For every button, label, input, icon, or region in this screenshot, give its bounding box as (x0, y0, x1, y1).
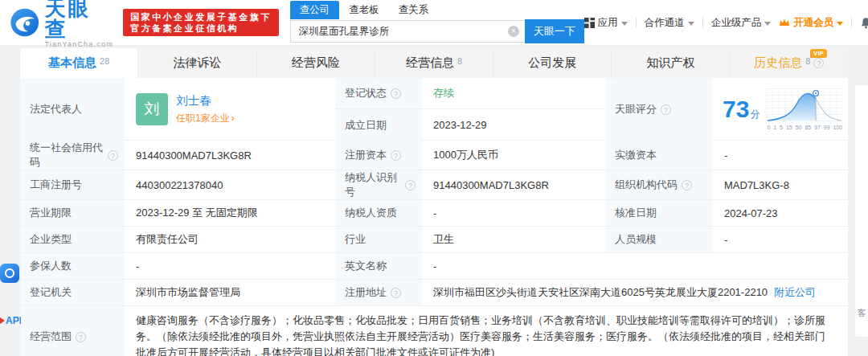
staff-size-value: - (713, 227, 848, 252)
business-scope-value: 健康咨询服务（不含诊疗服务）；化妆品零售；化妆品批发；日用百货销售；业务培训（不… (125, 306, 848, 356)
score-number: 73分 (723, 96, 760, 123)
tab-label: 公司发展 (528, 55, 576, 71)
address-cell: 深圳市福田区沙头街道天安社区深南大道6025号英龙展业大厦2201-2210 附… (422, 280, 848, 305)
credit-code-value: 91440300MAD7L3KG8R (125, 141, 335, 170)
help-icon[interactable]: ? (813, 58, 824, 68)
score-value-cell: 73分 (713, 78, 848, 141)
field-label-reg-number: 工商注册号 (20, 170, 125, 199)
axis-tick: 50 (796, 125, 802, 130)
company-type-value: 有限责任公司 (125, 227, 335, 252)
play-icon (0, 317, 5, 324)
field-label-business-scope: 经营范围 ? (20, 306, 125, 356)
section-tabs: 基本信息 28 法律诉讼 经营风险 经营信息 8 公司发展 知识产权 VIP 历… (20, 48, 848, 78)
axis-tick: 1 (773, 125, 776, 130)
tab-company-development[interactable]: 公司发展 (493, 48, 612, 78)
chevron-right-icon: › (231, 113, 235, 124)
label-text: 人员规模 (615, 232, 657, 247)
legal-rep-name-link[interactable]: 刘士春 (176, 93, 235, 108)
tianyancha-company-page: 天眼查 TianYanCha.com 国家中小企业发展子基金旗下 官方备案企业征… (0, 0, 868, 356)
caret-down-icon (764, 22, 771, 26)
help-icon[interactable]: ? (108, 150, 118, 161)
label-text: 英文名称 (345, 259, 387, 273)
tab-business-info[interactable]: 经营信息 8 (375, 48, 493, 78)
help-icon[interactable]: ? (391, 150, 401, 161)
field-label-reg-status: 登记状态 ? (335, 78, 422, 108)
legal-rep-companies-link[interactable]: 任职1家企业› (176, 112, 235, 125)
help-icon[interactable]: ? (405, 180, 416, 190)
score-axis-ticks: 0 1 5 15 50 85 97 99 100 (766, 125, 843, 130)
table-row: 营业期限 2023-12-29 至 无固定期限 纳税人资质 - 核准日期 202… (20, 200, 848, 227)
address-value: 深圳市福田区沙头街道天安社区深南大道6025号英龙展业大厦2201-2210 (433, 285, 768, 300)
tab-basic-info[interactable]: 基本信息 28 (20, 48, 138, 78)
notification-bell[interactable] (860, 17, 868, 29)
search-input[interactable] (290, 20, 525, 43)
reg-authority-value: 深圳市市场监督管理局 (125, 280, 335, 305)
nearby-companies-link[interactable]: 附近公司 (774, 285, 816, 300)
badge-line2: 官方备案企业征信机构 (130, 23, 272, 34)
top-nav: 应用 合作通道 企业级产品 开通会员 (584, 16, 868, 30)
label-text: 成立日期 (345, 118, 387, 133)
nav-open-membership[interactable]: 开通会员 (779, 16, 843, 30)
badge-line1: 国家中小企业发展子基金旗下 (130, 11, 272, 23)
tab-label: 经营风险 (292, 55, 340, 71)
reg-status-value: 存续 (422, 78, 605, 108)
legal-rep-text: 刘士春 任职1家企业› (176, 93, 235, 125)
nav-enterprise-label: 企业级产品 (711, 16, 762, 30)
help-icon[interactable]: ? (661, 104, 671, 115)
field-label-score: 天眼评分 ? (605, 78, 713, 141)
label-text: 纳税人资质 (345, 206, 397, 220)
search-tab-boss[interactable]: 查老板 (339, 1, 389, 19)
nav-partner-channel[interactable]: 合作通道 (645, 16, 694, 30)
field-label-approval-date: 核准日期 (605, 200, 713, 226)
tianyancha-logo[interactable]: 天眼查 TianYanCha.com (10, 0, 113, 48)
tab-label: 经营信息 (406, 55, 454, 71)
tab-intellectual-property[interactable]: 知识产权 (612, 48, 730, 78)
industry-value: 卫生 (422, 227, 605, 252)
field-label-reg-authority: 登记机关 (20, 280, 125, 305)
tianyancha-app-icon[interactable] (0, 264, 19, 283)
tianyancha-logo-icon (10, 7, 40, 38)
help-icon[interactable]: ? (391, 88, 401, 99)
app-label-text: APP (6, 315, 21, 326)
tab-count: 8 (457, 56, 462, 66)
caret-down-icon (621, 22, 628, 26)
label-text: 登记机关 (30, 285, 72, 300)
label-text: 参保人数 (30, 259, 72, 273)
label-text: 登记状态 (345, 86, 387, 100)
tab-legal-litigation[interactable]: 法律诉讼 (138, 48, 256, 78)
nav-membership-label: 开通会员 (793, 16, 833, 30)
clear-search-icon[interactable]: × (508, 26, 519, 37)
status-date-stack: 登记状态 ? 存续 成立日期 2023-12-29 (335, 78, 605, 141)
search-row: × 天眼一下 (290, 19, 584, 43)
grid-icon (584, 18, 595, 28)
field-label-company-type: 企业类型 (20, 227, 125, 252)
help-icon[interactable]: ? (682, 180, 692, 190)
help-icon[interactable]: ? (391, 288, 401, 298)
search-button[interactable]: 天眼一下 (525, 19, 584, 43)
label-text: 行业 (345, 232, 366, 247)
table-row: 登记状态 ? 存续 (335, 78, 605, 109)
field-label-industry: 行业 (335, 227, 422, 252)
help-icon[interactable]: ? (76, 332, 86, 342)
field-label-legal-rep: 法定代表人 (20, 78, 125, 141)
field-label-english-name: 英文名称 (335, 253, 422, 279)
tab-label: 历史信息 (754, 55, 802, 71)
table-row: 法定代表人 刘 刘士春 任职1家企业› 登记状态 ? 存续 (20, 78, 848, 141)
search-tab-company[interactable]: 查公司 (290, 1, 340, 19)
caret-down-icon (688, 22, 694, 26)
field-label-org-code: 组织机构代码 ? (605, 170, 713, 199)
score-curve (766, 88, 843, 124)
basic-info-table: 法定代表人 刘 刘士春 任职1家企业› 登记状态 ? 存续 (20, 78, 848, 356)
customer-service-float-panel[interactable]: 客 (854, 84, 868, 338)
search-tab-relation[interactable]: 查关系 (389, 1, 439, 19)
tab-history-info[interactable]: VIP 历史信息 8 ? (731, 48, 848, 78)
nav-enterprise-products[interactable]: 企业级产品 (711, 16, 772, 30)
app-download-float-widget[interactable]: APP (0, 264, 21, 326)
label-text: 法定代表人 (30, 102, 82, 117)
tab-label: 法律诉讼 (173, 55, 221, 71)
nav-apps[interactable]: 应用 (584, 16, 628, 30)
legal-rep-avatar[interactable]: 刘 (136, 93, 168, 125)
nav-partner-label: 合作通道 (645, 16, 685, 30)
axis-tick: 0 (767, 125, 770, 130)
tab-business-risk[interactable]: 经营风险 (257, 48, 375, 78)
